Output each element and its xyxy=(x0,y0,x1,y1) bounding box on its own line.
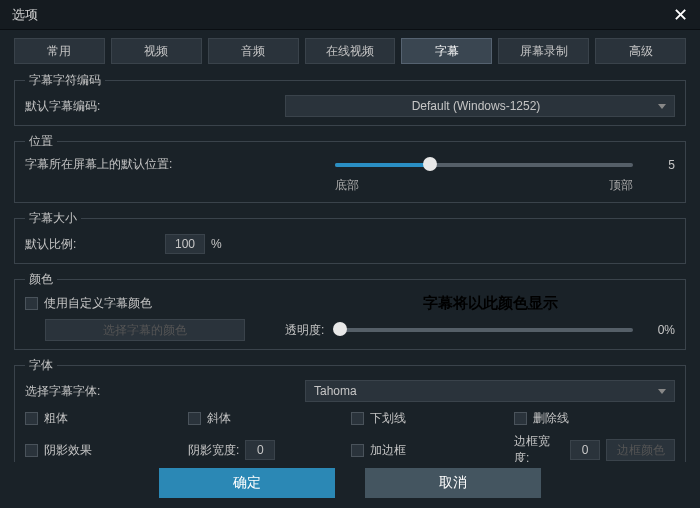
encoding-dropdown[interactable]: Default (Windows-1252) xyxy=(285,95,675,117)
group-encoding-legend: 字幕字符编码 xyxy=(25,72,105,89)
slider-thumb[interactable] xyxy=(333,322,347,336)
ok-button[interactable]: 确定 xyxy=(159,468,335,498)
titlebar: 选项 ✕ xyxy=(0,0,700,30)
group-size-legend: 字幕大小 xyxy=(25,210,81,227)
underline-checkbox[interactable] xyxy=(351,412,364,425)
close-icon[interactable]: ✕ xyxy=(668,3,692,27)
underline-label: 下划线 xyxy=(370,410,406,427)
group-encoding: 字幕字符编码 默认字幕编码: Default (Windows-1252) xyxy=(14,72,686,126)
tab-5[interactable]: 屏幕录制 xyxy=(498,38,589,64)
border-width-label: 边框宽度: xyxy=(514,433,564,462)
group-font-legend: 字体 xyxy=(25,357,57,374)
position-max-label: 顶部 xyxy=(609,177,633,194)
tab-2[interactable]: 音频 xyxy=(208,38,299,64)
group-color: 颜色 使用自定义字幕颜色 字幕将以此颜色显示 选择字幕的颜色 透明度: 0% xyxy=(14,271,686,350)
window-title: 选项 xyxy=(12,6,38,24)
bold-label: 粗体 xyxy=(44,410,68,427)
group-size: 字幕大小 默认比例: % xyxy=(14,210,686,264)
color-preview-text: 字幕将以此颜色显示 xyxy=(305,294,675,313)
tab-6[interactable]: 高级 xyxy=(595,38,686,64)
use-custom-color-label: 使用自定义字幕颜色 xyxy=(44,295,152,312)
opacity-slider[interactable] xyxy=(340,328,633,332)
position-slider[interactable] xyxy=(335,163,633,167)
border-color-button: 边框颜色 xyxy=(606,439,675,461)
group-position-legend: 位置 xyxy=(25,133,57,150)
tab-4[interactable]: 字幕 xyxy=(401,38,492,64)
size-input[interactable] xyxy=(165,234,205,254)
font-value: Tahoma xyxy=(314,384,357,398)
chevron-down-icon xyxy=(658,104,666,109)
shadow-width-input[interactable] xyxy=(245,440,275,460)
position-value: 5 xyxy=(645,158,675,172)
position-label: 字幕所在屏幕上的默认位置: xyxy=(25,156,335,173)
encoding-label: 默认字幕编码: xyxy=(25,98,285,115)
opacity-value: 0% xyxy=(645,323,675,337)
opacity-label: 透明度: xyxy=(285,322,340,339)
position-min-label: 底部 xyxy=(335,177,359,194)
bold-checkbox[interactable] xyxy=(25,412,38,425)
border-checkbox[interactable] xyxy=(351,444,364,457)
border-width-input[interactable] xyxy=(570,440,600,460)
shadow-checkbox[interactable] xyxy=(25,444,38,457)
content-area: 字幕字符编码 默认字幕编码: Default (Windows-1252) 位置… xyxy=(0,70,700,462)
font-select-label: 选择字幕字体: xyxy=(25,383,305,400)
strike-label: 删除线 xyxy=(533,410,569,427)
encoding-value: Default (Windows-1252) xyxy=(294,99,658,113)
border-label: 加边框 xyxy=(370,442,406,459)
italic-label: 斜体 xyxy=(207,410,231,427)
shadow-width-label: 阴影宽度: xyxy=(188,442,239,459)
group-position: 位置 字幕所在屏幕上的默认位置: 5 底部 顶部 xyxy=(14,133,686,203)
shadow-label: 阴影效果 xyxy=(44,442,92,459)
choose-color-button: 选择字幕的颜色 xyxy=(45,319,245,341)
tab-3[interactable]: 在线视频 xyxy=(305,38,396,64)
use-custom-color-checkbox[interactable] xyxy=(25,297,38,310)
chevron-down-icon xyxy=(658,389,666,394)
group-color-legend: 颜色 xyxy=(25,271,57,288)
italic-checkbox[interactable] xyxy=(188,412,201,425)
strike-checkbox[interactable] xyxy=(514,412,527,425)
size-suffix: % xyxy=(211,237,222,251)
action-bar: 确定 取消 xyxy=(0,462,700,508)
tab-1[interactable]: 视频 xyxy=(111,38,202,64)
tab-0[interactable]: 常用 xyxy=(14,38,105,64)
cancel-button[interactable]: 取消 xyxy=(365,468,541,498)
slider-thumb[interactable] xyxy=(423,157,437,171)
tab-bar: 常用视频音频在线视频字幕屏幕录制高级 xyxy=(0,30,700,70)
group-font: 字体 选择字幕字体: Tahoma 粗体 斜体 下划线 删除线 阴影效果 阴影宽… xyxy=(14,357,686,462)
font-dropdown[interactable]: Tahoma xyxy=(305,380,675,402)
size-label: 默认比例: xyxy=(25,236,165,253)
